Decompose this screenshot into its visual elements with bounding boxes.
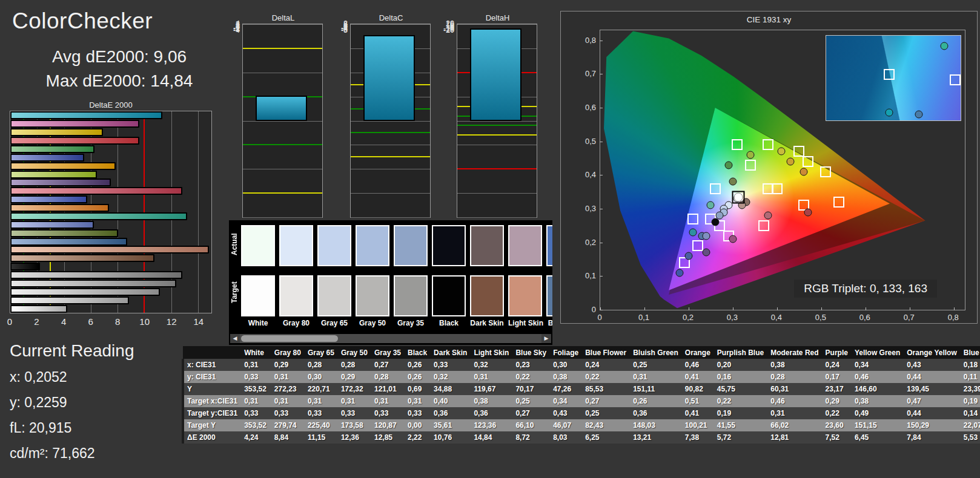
table-cell: 0,33 [241, 407, 271, 419]
swatch-columns: WhiteGray 80Gray 65Gray 50Gray 35BlackDa… [241, 220, 552, 327]
cie-x-tick-label: 0,1 [638, 313, 649, 322]
table-cell: 0,34 [852, 359, 904, 371]
cie-y-tick [600, 209, 603, 209]
target-swatch[interactable] [356, 275, 389, 316]
table-row[interactable]: y: CIE310,330,310,300,290,280,260,320,31… [183, 371, 980, 383]
cie-y-tick-label: 0,8 [575, 35, 596, 44]
actual-swatch[interactable] [317, 225, 351, 266]
cie-x-tick-label: 0,6 [859, 313, 870, 322]
swatch-column-gray-65: Gray 65 [317, 220, 351, 327]
table-cell: 0,29 [271, 359, 305, 371]
table-column-header: Moderate Red [767, 346, 822, 359]
target-swatch[interactable] [279, 275, 313, 316]
table-cell: 70,17 [512, 383, 550, 395]
table-cell: 23,60 [823, 419, 852, 431]
cie-y-tick-label: 0 [575, 305, 596, 314]
target-point-yellow [793, 146, 804, 157]
measured-point-purple [703, 249, 710, 257]
table-row[interactable]: Target y:CIE310,330,330,330,330,330,330,… [183, 407, 980, 419]
actual-swatch[interactable] [546, 225, 552, 266]
cie-y-tick [600, 276, 603, 277]
x-tick-label: 10 [139, 316, 150, 327]
table-row[interactable]: Target Y353,52279,74225,40173,58120,870,… [183, 419, 980, 431]
table-cell: 82,43 [582, 419, 630, 431]
table-cell: 0,33 [241, 371, 271, 383]
measured-point-blue [676, 269, 684, 277]
table-cell: 0,36 [431, 407, 471, 419]
deltaH-chart-title: DeltaH [442, 13, 538, 22]
table-cell: 0,28 [767, 371, 822, 383]
scroll-right-icon[interactable]: ▶ [541, 334, 551, 343]
actual-swatch[interactable] [394, 225, 428, 266]
deltaH-chart: DeltaH20151050-5-10-15-20 [442, 13, 538, 224]
actual-swatch[interactable] [432, 225, 466, 266]
measured-point-orange-yellow [786, 158, 794, 166]
swatch-scrollbar-thumb[interactable] [241, 335, 338, 342]
table-row[interactable]: Target x:CIE310,310,310,310,310,310,310,… [183, 395, 980, 407]
table-column-header: Dark Skin [431, 346, 471, 359]
table-cell: 0,43 [550, 407, 582, 419]
table-cell: 0,41 [682, 371, 714, 383]
de-bar-moderate-red [10, 187, 182, 195]
table-cell: 46,07 [550, 419, 582, 431]
table-cell: 220,71 [305, 383, 338, 395]
swatch-column-black: Black [432, 220, 466, 327]
actual-swatch[interactable] [241, 225, 275, 266]
target-swatch[interactable] [546, 275, 552, 316]
target-swatch[interactable] [470, 275, 504, 316]
target-point-orange [820, 166, 831, 177]
de-bar-yellow [10, 128, 103, 136]
table-cell: 151,11 [630, 383, 682, 395]
table-cell: 5,72 [714, 431, 767, 444]
swatch-scrollbar-track[interactable] [240, 335, 541, 342]
de-bar-gray-80 [10, 296, 129, 304]
measured-point-purplish-blue [684, 252, 692, 260]
target-swatch[interactable] [317, 275, 351, 316]
table-cell: 0,25 [582, 407, 630, 419]
cie-x-tick-label: 0,7 [904, 313, 915, 322]
cie-x-tick-label: 0,5 [815, 313, 826, 322]
table-cell: 0,38 [471, 395, 512, 407]
table-cell: 121,01 [371, 383, 405, 395]
table-cell: 41,55 [714, 419, 767, 431]
target-point-magenta [758, 220, 769, 231]
current-reading-line: y: 0,2259 [10, 395, 67, 411]
table-header-row: WhiteGray 80Gray 65Gray 50Gray 35BlackDa… [183, 346, 980, 359]
cie-y-tick-label: 0,4 [575, 170, 596, 179]
swatch-scrollbar[interactable]: ◀ ▶ [230, 334, 551, 343]
table-cell: 0,27 [582, 395, 630, 407]
table-column-header: Gray 35 [371, 346, 405, 359]
cie-y-tick [600, 175, 603, 175]
actual-swatch[interactable] [356, 225, 389, 266]
table-cell: 6,45 [852, 431, 904, 444]
table-row[interactable]: x: CIE310,310,290,280,280,270,260,330,32… [183, 359, 980, 371]
table-cell: 7,52 [823, 431, 852, 444]
target-swatch[interactable] [508, 275, 542, 316]
actual-swatch[interactable] [508, 225, 542, 266]
actual-swatch[interactable] [470, 225, 504, 266]
scroll-left-icon[interactable]: ◀ [230, 334, 240, 343]
table-cell: 0,31 [630, 371, 682, 383]
table-row-label: Target x:CIE31 [183, 395, 241, 407]
current-reading-line: fL: 20,915 [10, 420, 71, 436]
table-row[interactable]: ΔE 20004,248,8411,1512,3612,852,2210,761… [183, 431, 980, 444]
target-swatch[interactable] [394, 275, 428, 316]
gridline [457, 145, 537, 145]
gridline [243, 217, 322, 218]
gridline [351, 193, 430, 194]
target-swatch[interactable] [432, 275, 466, 316]
actual-swatch[interactable] [279, 225, 313, 266]
measured-point-yellow [778, 148, 786, 156]
table-row[interactable]: Y353,52272,23220,71172,32121,010,6934,88… [183, 383, 980, 395]
deltaL-plot-area [242, 24, 323, 218]
measured-point-orange [800, 168, 807, 175]
table-cell: 119,67 [471, 383, 512, 395]
target-point-foliage [745, 160, 756, 171]
de-bar-blue [10, 154, 84, 162]
de-bar-yellow-green [10, 171, 97, 178]
gridline [351, 217, 430, 218]
table-cell: 0,31 [271, 371, 305, 383]
de-bar-purple [10, 178, 111, 186]
table-cell: 0,36 [471, 407, 512, 419]
target-swatch[interactable] [241, 275, 275, 316]
